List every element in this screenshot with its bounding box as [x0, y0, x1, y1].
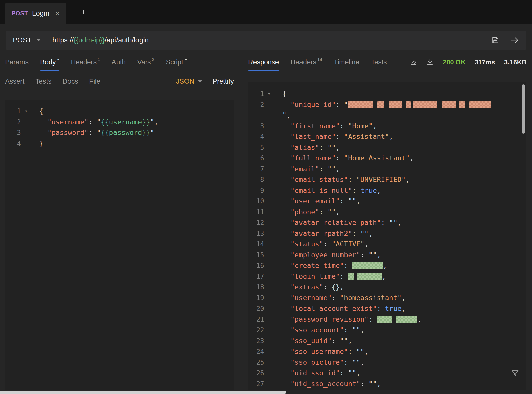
fold-caret-icon [264, 325, 274, 336]
tab-label: Headers [71, 58, 97, 66]
close-tab-icon[interactable]: × [55, 9, 59, 17]
line-number: 26 [248, 368, 264, 379]
tab-method-label: POST [12, 10, 28, 17]
fold-caret-icon[interactable]: ▾ [264, 88, 274, 99]
token-key: "status" [291, 239, 323, 250]
tab-response-tests[interactable]: Tests [371, 53, 387, 71]
tab-vars[interactable]: Vars2 [137, 53, 154, 71]
prettify-button[interactable]: Prettify [213, 78, 234, 85]
line-number: 3 [248, 121, 264, 132]
token-key: "user_email" [291, 196, 340, 207]
line-number: 12 [248, 217, 264, 228]
tab-response-headers[interactable]: Headers18 [291, 53, 322, 71]
fold-caret-icon [21, 127, 31, 138]
line-number: 25 [248, 357, 264, 368]
tab-label: Tests [371, 58, 387, 66]
app-window: POST Login × + POST https://{{udm-ip}}/a… [0, 0, 532, 394]
token-punc [282, 271, 291, 282]
token-punc: : [348, 346, 356, 357]
tab-params[interactable]: Params [5, 53, 29, 71]
tab-file[interactable]: File [89, 71, 100, 91]
code-content: "password": "{{password}}" [34, 127, 154, 138]
token-punc [282, 293, 291, 304]
code-line: 2 "username": "{{username}}", [5, 117, 234, 128]
url-input[interactable]: https://{{udm-ip}}/api/auth/login [52, 36, 491, 44]
tab-timeline[interactable]: Timeline [334, 53, 359, 71]
code-content: "local_account_exist": true, [277, 303, 406, 314]
new-tab-button[interactable]: + [81, 0, 86, 24]
token-punc: , [377, 250, 381, 261]
code-line: 5 "alias": "", [248, 142, 526, 153]
token-bool: true [385, 303, 401, 314]
code-line: 24 "sso_username": "", [248, 346, 526, 357]
line-number: 4 [248, 131, 264, 142]
redacted-block [348, 101, 373, 108]
tab-label: Vars [137, 58, 151, 66]
token-punc: , [356, 196, 360, 207]
horizontal-scrollbar[interactable] [0, 391, 286, 394]
token-punc [282, 217, 291, 228]
response-body-editor[interactable]: 1▾{2 "unique_id": "",3 "first_name": "Ho… [248, 82, 526, 390]
token-punc: "" [328, 142, 336, 153]
editor-gutter: 9 [248, 185, 277, 196]
token-str: "UNVERIFIED" [356, 174, 406, 185]
token-str: "Home Assistant" [344, 153, 410, 164]
method-dropdown[interactable]: POST [13, 36, 43, 44]
fold-caret-icon [264, 282, 274, 293]
tab-tests[interactable]: Tests [36, 71, 52, 91]
line-number: 1 [248, 88, 264, 99]
token-punc: , [406, 174, 410, 185]
format-dropdown[interactable]: JSON [176, 78, 202, 85]
download-response-icon[interactable] [426, 58, 434, 66]
send-button[interactable] [510, 36, 519, 44]
tab-assert[interactable]: Assert [5, 71, 25, 91]
fold-caret-icon[interactable]: ▾ [21, 106, 31, 117]
filter-icon[interactable] [511, 369, 520, 379]
token-punc: , [356, 368, 360, 379]
response-scrollbar[interactable] [522, 84, 525, 134]
editor-gutter: 28 [248, 389, 277, 390]
line-number: 8 [248, 174, 264, 185]
request-body-editor[interactable]: 1▾{2 "username": "{{username}}",3 "passw… [5, 100, 234, 390]
token-punc: "" [356, 346, 365, 357]
token-key: "uid_sso_id" [291, 368, 340, 379]
code-line: ", [248, 110, 526, 121]
token-str: "ACTIVE" [332, 239, 364, 250]
redacted-block [469, 101, 491, 108]
code-line: 3 "first_name": "Home", [248, 121, 526, 132]
tab-label: File [89, 78, 100, 85]
token-key: "login_time" [291, 271, 340, 282]
code-line: 28 "uid_account_status": "ACTIVE", [248, 389, 526, 390]
token-punc: , [336, 142, 340, 153]
request-tab[interactable]: POST Login × [5, 3, 66, 24]
token-punc: : [340, 196, 348, 207]
token-punc: { [39, 106, 43, 117]
tab-docs[interactable]: Docs [63, 71, 78, 91]
editor-gutter: 23 [248, 336, 277, 346]
token-punc: , [417, 314, 421, 325]
line-number: 28 [248, 389, 264, 390]
vars-count-badge: 2 [152, 57, 154, 62]
line-number: 14 [248, 239, 264, 250]
code-line: 12 "avatar_relative_path": "", [248, 217, 526, 228]
response-meta: 200 OK 317ms 3.16KB [409, 58, 526, 66]
token-punc: , [364, 239, 368, 250]
tab-headers[interactable]: Headers1 [71, 53, 100, 71]
token-key: "sso_picture" [291, 357, 344, 368]
tab-body[interactable]: Body• [40, 53, 59, 71]
tab-response[interactable]: Response [248, 53, 279, 71]
code-content: "uid_account_status": "ACTIVE", [277, 389, 418, 390]
tab-auth[interactable]: Auth [112, 53, 126, 71]
editor-gutter: 14 [248, 239, 277, 250]
tab-script[interactable]: Script• [166, 53, 187, 71]
clear-response-icon[interactable] [409, 58, 417, 66]
line-number: 24 [248, 346, 264, 357]
token-punc: , [397, 217, 401, 228]
code-content: "create_time": , [277, 260, 387, 271]
save-icon[interactable] [491, 36, 499, 44]
token-punc: : [319, 164, 328, 175]
token-punc: : [340, 271, 348, 282]
token-punc: : [377, 303, 385, 314]
token-punc: : [352, 228, 360, 239]
token-punc [282, 379, 291, 389]
